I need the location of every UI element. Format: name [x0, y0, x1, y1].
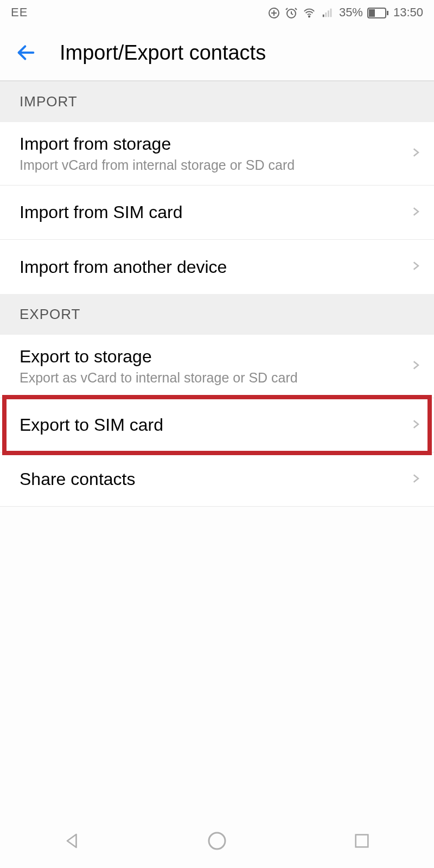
- svg-rect-9: [387, 11, 388, 15]
- triangle-back-icon: [62, 831, 82, 851]
- row-export-to-sim[interactable]: Export to SIM card: [0, 398, 434, 452]
- arrow-left-icon: [15, 42, 37, 63]
- chevron-right-icon: [410, 144, 421, 163]
- nav-bar: [0, 814, 434, 868]
- svg-rect-3: [323, 15, 324, 17]
- wifi-icon: [302, 5, 316, 20]
- chevron-right-icon: [410, 203, 421, 222]
- chevron-right-icon: [410, 356, 421, 376]
- clock: 13:50: [393, 5, 423, 20]
- svg-point-2: [309, 16, 310, 17]
- row-title: Export to SIM card: [20, 415, 163, 435]
- row-title: Share contacts: [20, 469, 135, 489]
- chevron-right-icon: [410, 257, 421, 277]
- import-list: Import from storage Import vCard from in…: [0, 122, 434, 294]
- nav-recent-button[interactable]: [346, 825, 378, 857]
- status-bar: EE 35% 13:50: [0, 0, 434, 25]
- app-bar: Import/Export contacts: [0, 25, 434, 81]
- row-text: Import from storage Import vCard from in…: [20, 134, 295, 173]
- page-title: Import/Export contacts: [60, 41, 266, 65]
- row-text: Export to storage Export as vCard to int…: [20, 347, 298, 386]
- section-header-import: IMPORT: [0, 81, 434, 122]
- alarm-icon: [285, 5, 298, 20]
- chevron-right-icon: [410, 416, 421, 435]
- svg-point-10: [209, 833, 225, 849]
- svg-rect-5: [328, 11, 329, 17]
- row-import-from-device[interactable]: Import from another device: [0, 240, 434, 294]
- nav-home-button[interactable]: [201, 825, 233, 857]
- row-text: Import from another device: [20, 257, 227, 277]
- row-text: Import from SIM card: [20, 202, 183, 222]
- row-import-from-storage[interactable]: Import from storage Import vCard from in…: [0, 122, 434, 186]
- export-list: Export to storage Export as vCard to int…: [0, 335, 434, 507]
- row-subtitle: Export as vCard to internal storage or S…: [20, 370, 298, 386]
- svg-rect-6: [330, 9, 331, 17]
- square-recent-icon: [353, 832, 371, 850]
- data-saver-icon: [267, 5, 280, 20]
- row-title: Import from another device: [20, 257, 227, 277]
- row-import-from-sim[interactable]: Import from SIM card: [0, 186, 434, 240]
- back-button[interactable]: [11, 38, 41, 68]
- row-title: Export to storage: [20, 347, 298, 367]
- row-text: Share contacts: [20, 469, 135, 489]
- row-title: Import from storage: [20, 134, 295, 154]
- battery-icon: [367, 5, 389, 20]
- svg-rect-11: [355, 835, 368, 847]
- row-text: Export to SIM card: [20, 415, 163, 435]
- row-title: Import from SIM card: [20, 202, 183, 222]
- nav-back-button[interactable]: [56, 825, 88, 857]
- carrier-label: EE: [11, 5, 28, 20]
- battery-percent: 35%: [339, 5, 363, 20]
- section-header-export: EXPORT: [0, 294, 434, 335]
- svg-rect-8: [369, 9, 375, 17]
- circle-home-icon: [206, 830, 228, 852]
- row-export-to-storage[interactable]: Export to storage Export as vCard to int…: [0, 335, 434, 398]
- status-right: 35% 13:50: [267, 5, 423, 20]
- signal-icon: [321, 5, 335, 20]
- row-share-contacts[interactable]: Share contacts: [0, 452, 434, 507]
- svg-rect-4: [325, 12, 327, 17]
- chevron-right-icon: [410, 470, 421, 489]
- row-subtitle: Import vCard from internal storage or SD…: [20, 157, 295, 173]
